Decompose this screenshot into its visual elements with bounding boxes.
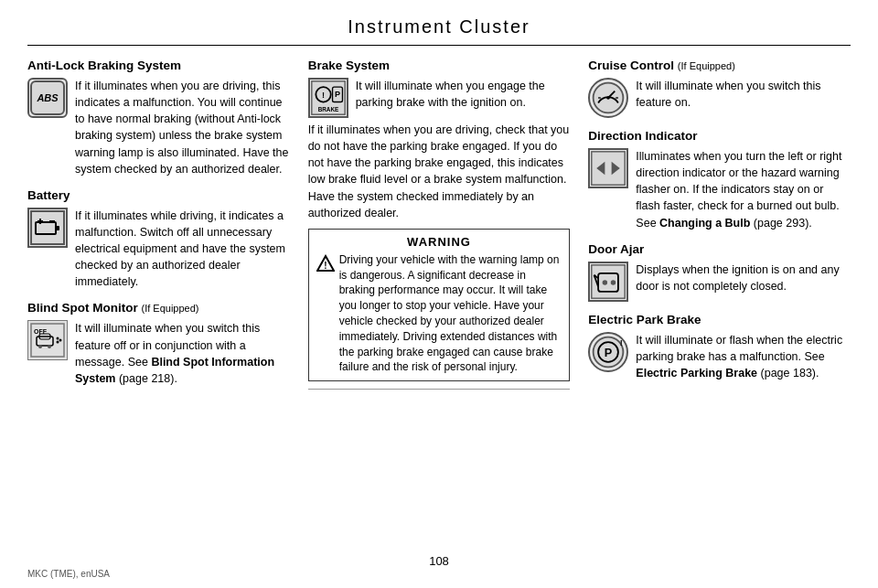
direction-text: Illuminates when you turn the left or ri… [636, 148, 851, 231]
epb-text: It will illuminate or flash when the ele… [636, 332, 851, 381]
svg-text:!: ! [324, 261, 327, 271]
epb-section: P ! It will illuminate or flash when the… [588, 332, 851, 381]
svg-point-12 [38, 345, 42, 348]
direction-icon [588, 148, 628, 188]
svg-text:!: ! [322, 91, 325, 100]
column-1: Anti-Lock Braking System ABS If it illum… [27, 59, 299, 393]
brake-icon: ! P BRAKE [308, 78, 348, 118]
warning-box: WARNING ! Driving your vehicle with the … [308, 229, 571, 381]
door-section: Displays when the ignition is on and any… [588, 262, 851, 302]
warning-divider [308, 389, 571, 390]
brake-section: ! P BRAKE It will illuminate when you en… [308, 78, 571, 118]
column-3: Cruise Control (If Equipped) It will ill… [579, 59, 851, 393]
section-title-battery: Battery [27, 188, 290, 202]
section-title-cruise: Cruise Control (If Equipped) [588, 59, 851, 72]
page-number: 108 [429, 554, 449, 568]
abs-text: If it illuminates when you are driving, … [75, 78, 290, 177]
svg-text:P: P [335, 90, 340, 99]
door-icon [588, 262, 628, 302]
svg-text:BRAKE: BRAKE [317, 106, 338, 112]
bsm-section: OFF It will illuminate when you switch t… [27, 320, 290, 387]
section-title-abs: Anti-Lock Braking System [27, 59, 290, 72]
warning-title: WARNING [316, 235, 562, 249]
bsm-link: Blind Spot Information System [75, 356, 274, 385]
bsm-icon: OFF [27, 320, 68, 360]
direction-link: Changing a Bulb [659, 217, 750, 230]
content-area: Anti-Lock Braking System ABS If it illum… [0, 46, 878, 393]
cruise-section: It will illuminate when you switch this … [588, 78, 851, 118]
section-title-brake: Brake System [308, 59, 571, 72]
footer-left: MKC (TME), enUSA [27, 569, 110, 579]
section-title-bsm: Blind Spot Monitor (If Equipped) [27, 301, 290, 315]
svg-text:P: P [605, 345, 613, 358]
epb-link: Electric Parking Brake [636, 367, 757, 380]
warning-body: Driving your vehicle with the warning la… [339, 252, 562, 375]
svg-point-14 [57, 337, 59, 340]
abs-section: ABS If it illuminates when you are drivi… [27, 78, 290, 177]
warning-row: ! Driving your vehicle with the warning … [316, 252, 562, 375]
svg-text:!: ! [620, 337, 623, 347]
svg-point-13 [48, 345, 51, 348]
svg-text:ABS: ABS [36, 92, 59, 103]
brake-extra-text: If it illuminates when you are driving, … [308, 122, 571, 221]
svg-rect-4 [56, 226, 59, 230]
direction-section: Illuminates when you turn the left or ri… [588, 148, 851, 231]
svg-point-15 [59, 339, 62, 342]
cruise-icon [588, 78, 628, 118]
svg-point-38 [611, 280, 616, 284]
cruise-text: It will illuminate when you switch this … [636, 78, 851, 111]
svg-point-27 [607, 96, 611, 100]
epb-icon: P ! [588, 332, 628, 372]
page-title: Instrument Cluster [27, 0, 851, 46]
door-text: Displays when the ignition is on and any… [636, 262, 851, 294]
warning-triangle-icon: ! [316, 254, 335, 273]
svg-rect-30 [592, 152, 625, 185]
column-2: Brake System ! P BRAKE It will illuminat… [299, 59, 580, 393]
battery-text: If it illuminates while driving, it indi… [75, 208, 290, 291]
svg-point-16 [57, 341, 59, 344]
brake-icon-text: It will illuminate when you engage the p… [356, 78, 571, 111]
bsm-text: It will illuminate when you switch this … [75, 320, 290, 387]
section-title-door: Door Ajar [588, 242, 851, 256]
abs-icon: ABS [27, 78, 68, 118]
battery-section: If it illuminates while driving, it indi… [27, 208, 290, 291]
section-title-epb: Electric Park Brake [588, 313, 851, 326]
bsm-subtitle: (If Equipped) [141, 303, 198, 314]
battery-icon [27, 208, 68, 248]
cruise-subtitle: (If Equipped) [678, 60, 735, 71]
svg-point-37 [603, 280, 607, 284]
section-title-direction: Direction Indicator [588, 129, 851, 143]
